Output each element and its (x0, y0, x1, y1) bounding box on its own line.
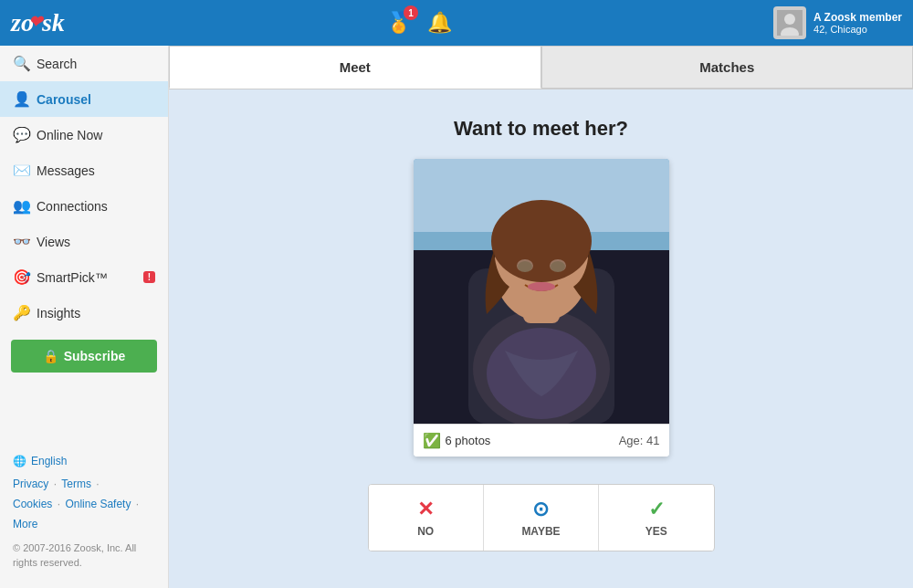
smartpick-icon: 🎯 (13, 268, 29, 286)
no-icon: ✕ (417, 498, 434, 521)
no-button[interactable]: ✕ NO (369, 485, 484, 551)
sidebar-item-carousel[interactable]: 👤 Carousel (0, 81, 168, 117)
language-label: English (31, 455, 67, 467)
sidebar-item-views[interactable]: 👓 Views (0, 224, 168, 259)
online-now-icon: 💬 (13, 126, 29, 143)
svg-point-15 (550, 259, 566, 272)
verified-icon: ✅ (423, 432, 441, 449)
svg-point-14 (517, 259, 533, 272)
globe-icon: 🌐 (13, 455, 26, 467)
age-info: Age: 41 (619, 434, 660, 447)
sidebar-label-messages: Messages (37, 163, 95, 178)
main-content: Meet Matches Want to meet her? (169, 46, 913, 588)
subscribe-button[interactable]: 🔒 Subscribe (11, 340, 157, 373)
user-name: A Zoosk member (813, 11, 902, 24)
more-link[interactable]: More (13, 518, 37, 530)
profile-card-footer: ✅ 6 photos Age: 41 (414, 424, 669, 457)
cookies-link[interactable]: Cookies (13, 498, 52, 510)
svg-point-16 (528, 282, 555, 291)
profile-card[interactable]: ✅ 6 photos Age: 41 (414, 159, 669, 457)
sidebar-label-smartpick: SmartPick™ (37, 270, 108, 285)
notifications-icon-button[interactable]: 🔔 (427, 11, 452, 35)
yes-icon: ✓ (648, 498, 665, 521)
search-icon: 🔍 (13, 55, 29, 72)
sidebar-label-search: Search (37, 57, 77, 71)
logo-text: zo❤sk (11, 8, 65, 37)
tab-matches[interactable]: Matches (541, 46, 914, 89)
content-area: Want to meet her? (169, 89, 913, 588)
photos-info: ✅ 6 photos (423, 432, 491, 449)
sidebar-label-insights: Insights (37, 306, 80, 320)
language-selector[interactable]: 🌐 English (13, 455, 155, 467)
privacy-link[interactable]: Privacy (13, 478, 48, 490)
sidebar-item-search[interactable]: 🔍 Search (0, 46, 168, 81)
sidebar-item-smartpick[interactable]: 🎯 SmartPick™ ! (0, 259, 168, 295)
user-profile-button[interactable]: A Zoosk member 42, Chicago (773, 6, 902, 39)
terms-link[interactable]: Terms (61, 478, 91, 490)
maybe-label: MAYBE (521, 525, 560, 538)
sidebar-label-carousel: Carousel (37, 92, 91, 107)
views-icon: 👓 (13, 233, 29, 250)
yes-label: YES (645, 525, 667, 538)
header-icons: 🏅 1 🔔 (386, 11, 452, 35)
sidebar-item-messages[interactable]: ✉️ Messages (0, 152, 168, 188)
messages-nav-icon: ✉️ (13, 162, 29, 179)
header: zo❤sk 🏅 1 🔔 A Zoosk member 42, Chicago (0, 0, 913, 46)
subscribe-label: Subscribe (64, 349, 126, 363)
lock-icon: 🔒 (43, 349, 58, 363)
sidebar-label-connections: Connections (37, 199, 108, 214)
sidebar-footer: 🌐 English Privacy · Terms · Cookies · On… (0, 446, 168, 579)
action-buttons: ✕ NO ⊙ MAYBE ✓ YES (368, 484, 715, 551)
user-info: A Zoosk member 42, Chicago (813, 11, 902, 35)
layout: 🔍 Search 👤 Carousel 💬 Online Now ✉️ Mess… (0, 46, 913, 588)
yes-button[interactable]: ✓ YES (599, 485, 713, 551)
connections-icon: 👥 (13, 197, 29, 215)
carousel-icon: 👤 (13, 90, 29, 108)
tab-matches-label: Matches (699, 59, 754, 75)
tab-meet-label: Meet (340, 59, 371, 75)
logo[interactable]: zo❤sk (11, 8, 65, 37)
user-location: 42, Chicago (813, 24, 902, 35)
sidebar-item-connections[interactable]: 👥 Connections (0, 188, 168, 224)
bell-icon: 🔔 (427, 11, 452, 34)
maybe-icon: ⊙ (532, 498, 549, 521)
smartpick-badge: ! (143, 271, 155, 283)
sidebar: 🔍 Search 👤 Carousel 💬 Online Now ✉️ Mess… (0, 46, 169, 588)
copyright: © 2007-2016 Zoosk, Inc. All rights reser… (13, 541, 155, 570)
avatar (773, 6, 806, 39)
sidebar-item-online-now[interactable]: 💬 Online Now (0, 117, 168, 152)
messages-icon-button[interactable]: 🏅 1 (386, 11, 411, 35)
meet-title: Want to meet her? (454, 117, 628, 141)
tab-meet[interactable]: Meet (169, 46, 541, 89)
sidebar-label-online-now: Online Now (37, 128, 102, 142)
sidebar-item-insights[interactable]: 🔑 Insights (0, 295, 168, 331)
no-label: NO (417, 525, 434, 538)
online-safety-link[interactable]: Online Safety (65, 498, 131, 510)
maybe-button[interactable]: ⊙ MAYBE (484, 485, 599, 551)
insights-icon: 🔑 (13, 304, 29, 321)
profile-image (414, 159, 669, 424)
sidebar-links: Privacy · Terms · Cookies · Online Safet… (13, 475, 155, 534)
svg-point-1 (784, 14, 795, 25)
tabs: Meet Matches (169, 46, 913, 89)
svg-point-11 (491, 200, 592, 282)
photos-count: 6 photos (446, 434, 491, 447)
messages-badge: 1 (404, 5, 418, 20)
sidebar-label-views: Views (37, 235, 70, 249)
